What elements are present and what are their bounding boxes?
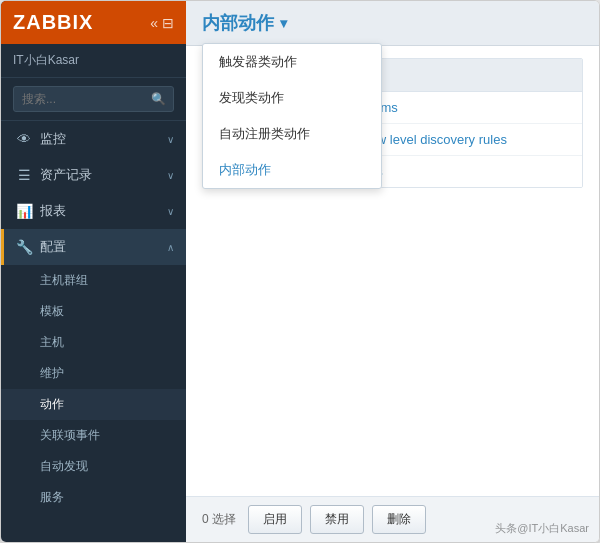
sidebar-item-label: 配置 [40,238,159,256]
sidebar: ZABBIX « ⊟ IT小白Kasar 🔍 👁 监控 ∨ ☰ 资产记录 ∨ [1,1,186,542]
sidebar-item-templates[interactable]: 模板 [1,296,186,327]
sidebar-item-corr-events[interactable]: 关联项事件 [1,420,186,451]
sidebar-item-hosts[interactable]: 主机 [1,327,186,358]
reports-icon: 📊 [16,203,32,219]
disable-button[interactable]: 禁用 [310,505,364,534]
sidebar-item-assets[interactable]: ☰ 资产记录 ∨ [1,157,186,193]
sidebar-header-icons: « ⊟ [150,15,174,31]
sidebar-header: ZABBIX « ⊟ [1,1,186,44]
chevron-icon: ∨ [167,170,174,181]
chevron-icon: ∨ [167,206,174,217]
sidebar-item-label: 资产记录 [40,166,159,184]
main-content: 内部动作 ▾ 触发器类动作 发现类动作 自动注册类动作 内部动作 名称 ▲ [186,1,599,542]
dropdown-item-discovery[interactable]: 发现类动作 [203,80,381,116]
chevron-up-icon: ∧ [167,242,174,253]
config-icon: 🔧 [16,239,32,255]
sidebar-item-label: 监控 [40,130,159,148]
page-title: 内部动作 [202,11,274,35]
chevron-icon: ∨ [167,134,174,145]
monitor-icon: 👁 [16,131,32,147]
sidebar-item-auto-discover[interactable]: 自动发现 [1,451,186,482]
sidebar-item-monitor[interactable]: 👁 监控 ∨ [1,121,186,157]
menu-icon[interactable]: ⊟ [162,15,174,31]
dropdown-menu: 触发器类动作 发现类动作 自动注册类动作 内部动作 [202,43,382,189]
dropdown-item-trigger[interactable]: 触发器类动作 [203,44,381,80]
dropdown-item-autoregister[interactable]: 自动注册类动作 [203,116,381,152]
page-title-button[interactable]: 内部动作 ▾ [202,11,287,35]
dropdown-item-internal[interactable]: 内部动作 [203,152,381,188]
sidebar-item-reports[interactable]: 📊 报表 ∨ [1,193,186,229]
sidebar-nav: 👁 监控 ∨ ☰ 资产记录 ∨ 📊 报表 ∨ 🔧 配置 ∧ [1,121,186,542]
delete-button[interactable]: 删除 [372,505,426,534]
search-icon: 🔍 [151,92,166,106]
sidebar-search-container: 🔍 [1,78,186,121]
sidebar-item-services[interactable]: 服务 [1,482,186,513]
watermark: 头条@IT小白Kasar [495,521,589,536]
sidebar-item-actions[interactable]: 动作 [1,389,186,420]
sidebar-item-host-groups[interactable]: 主机群组 [1,265,186,296]
sidebar-user: IT小白Kasar [1,44,186,78]
assets-icon: ☰ [16,167,32,183]
sidebar-item-maintenance[interactable]: 维护 [1,358,186,389]
enable-button[interactable]: 启用 [248,505,302,534]
sidebar-item-label: 报表 [40,202,159,220]
dropdown-arrow-icon: ▾ [280,15,287,31]
zabbix-logo: ZABBIX [13,11,93,34]
collapse-icon[interactable]: « [150,15,158,31]
select-count: 0 选择 [202,511,236,528]
sidebar-item-config[interactable]: 🔧 配置 ∧ [1,229,186,265]
search-input[interactable] [13,86,174,112]
content-header: 内部动作 ▾ 触发器类动作 发现类动作 自动注册类动作 内部动作 [186,1,599,46]
